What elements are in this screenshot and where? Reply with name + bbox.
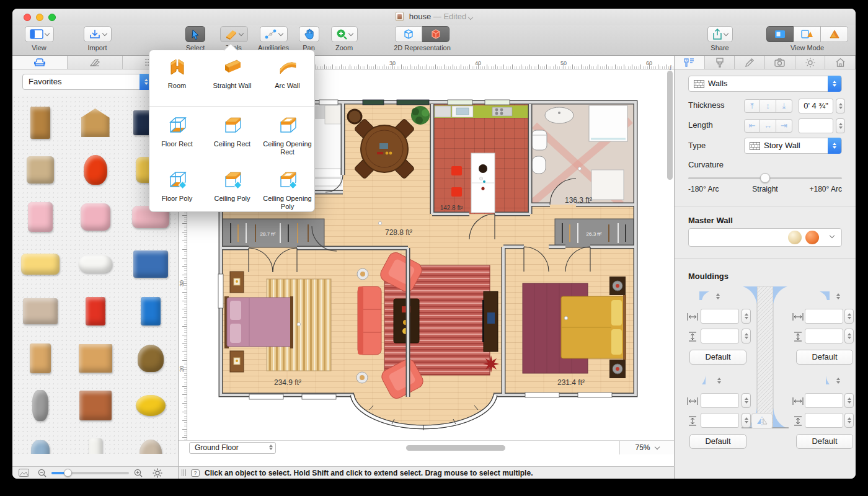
library-item-bonsai-tree[interactable] [123,335,178,382]
crown-right-default-button[interactable]: Default [796,350,853,365]
library-item-chair-red[interactable] [68,288,123,335]
tools-button[interactable] [220,26,248,42]
length-stepper[interactable] [836,118,845,133]
align-left-button[interactable]: ⇤ [744,119,760,133]
zoom-tool-button[interactable] [331,26,358,42]
tab-furniture[interactable] [12,56,68,69]
walls-select-stepper[interactable] [828,76,841,92]
library-item-wall-clock[interactable] [12,146,68,193]
bar-stool[interactable] [451,187,462,197]
base-left-height-stepper[interactable] [742,413,751,428]
viewmode-2d-button[interactable] [766,26,794,42]
bed-left[interactable] [224,296,293,348]
thickness-align-buttons[interactable]: ⤒↕⤓ [744,99,792,113]
library-item-vase-silver[interactable] [12,382,68,429]
base-left-width-stepper[interactable] [742,393,751,408]
bed-right[interactable] [561,295,626,360]
pan-button[interactable] [299,26,319,42]
category-select[interactable]: Favorites [22,74,154,90]
crown-left-shape-stepper[interactable] [713,289,722,304]
library-item-table-lamp[interactable] [123,429,178,454]
toilet[interactable] [532,130,547,150]
auxiliaries-button[interactable] [260,26,288,42]
library-item-fireplace[interactable] [68,382,123,429]
library-item-bathtub[interactable] [68,241,123,288]
tool-room[interactable]: Room [149,56,205,90]
tool-arc-wall[interactable]: Arc Wall [260,56,315,90]
bathroom-sink[interactable] [545,107,574,123]
curvature-slider-thumb[interactable] [760,173,770,183]
share-button[interactable] [707,26,733,42]
library-item-floor-lamp-white[interactable] [68,429,123,454]
gear-icon[interactable] [153,468,162,478]
walls-select[interactable]: Walls [688,76,842,92]
crown-left-height-stepper[interactable] [742,329,751,343]
wall-type-stepper[interactable] [828,138,841,154]
sofa[interactable] [358,286,381,355]
floor-lamp[interactable] [356,372,368,383]
base-right-width-stepper[interactable] [844,393,854,408]
base-left-default-button[interactable]: Default [689,434,746,449]
drag-handle-icon[interactable] [182,469,186,476]
tab-edit[interactable] [735,56,765,69]
base-moulding-shape-left[interactable] [701,374,713,386]
tab-object-properties[interactable] [675,56,705,69]
wardrobe-right[interactable]: 26.3 ft² [555,219,634,247]
library-item-armchair-pink-metal[interactable] [12,193,68,241]
bidet[interactable] [532,156,546,174]
library-item-bed-double-blue[interactable] [123,241,178,288]
wardrobe-left[interactable]: 28.7 ft² [222,219,324,247]
library-item-armchair-pink[interactable] [68,193,123,241]
crown-left-default-button[interactable]: Default [689,350,746,365]
library-item-wooden-door[interactable] [12,99,68,146]
align-middle-button[interactable]: ↔ [760,119,776,133]
vertical-scrollbar[interactable] [667,71,673,180]
tv-stand[interactable] [482,291,498,352]
planter[interactable] [348,110,361,123]
import-button[interactable] [84,26,112,42]
floor-select[interactable]: Ground Floor [189,442,276,454]
curvature-slider[interactable] [688,177,842,179]
library-item-urn-blue[interactable] [12,429,68,454]
tool-ceiling-opening-poly[interactable]: Ceiling Opening Poly [260,169,315,211]
representation-2d-button[interactable] [422,26,450,42]
slider-thumb[interactable] [64,469,72,477]
nightstand[interactable] [230,351,244,372]
crown-right-height-stepper[interactable] [844,329,854,343]
length-align-buttons[interactable]: ⇤↔⇥ [744,119,792,133]
crown-left-height-field[interactable] [701,329,739,343]
viewmode-split-button[interactable] [794,26,821,42]
nightstand[interactable] [609,360,626,378]
bathroom-cabinet[interactable] [591,170,624,200]
library-item-corner-window[interactable] [68,99,123,146]
select-tool-button[interactable] [185,26,205,42]
representation-3d-button[interactable] [395,26,422,42]
zoom-out-icon[interactable] [38,469,46,477]
tab-building[interactable] [825,56,856,69]
library-item-bed-double-gray[interactable] [12,288,68,335]
preview-image-icon[interactable] [19,469,29,477]
align-bottom-button[interactable]: ⤓ [776,99,792,113]
library-item-shelving-unit[interactable] [68,335,123,382]
tool-ceiling-rect[interactable]: Ceiling Rect [205,115,260,148]
crown-left-width-stepper[interactable] [742,309,751,324]
base-right-shape-stepper[interactable] [833,373,843,388]
plant[interactable] [411,106,430,125]
library-item-chair-blue[interactable] [123,288,178,335]
nightstand[interactable] [230,272,244,293]
crown-right-width-stepper[interactable] [844,309,854,324]
library-item-sofa-yellow[interactable] [12,241,68,288]
thickness-field[interactable]: 0' 4 ¾" [799,99,833,113]
dining-set[interactable] [354,118,415,179]
wall-type-select[interactable]: Story Wall [744,138,842,154]
shower[interactable] [589,105,627,141]
crown-left-width-field[interactable] [701,309,739,324]
view-button[interactable] [25,26,54,42]
base-right-height-field[interactable] [805,413,843,428]
thickness-stepper[interactable] [836,99,845,113]
base-left-width-field[interactable] [701,393,739,408]
library-item-egg-chair[interactable] [68,146,123,193]
master-wall-select[interactable] [688,228,842,247]
mirror-moulding-button[interactable] [751,413,773,429]
align-center-button[interactable]: ↕ [760,99,776,113]
